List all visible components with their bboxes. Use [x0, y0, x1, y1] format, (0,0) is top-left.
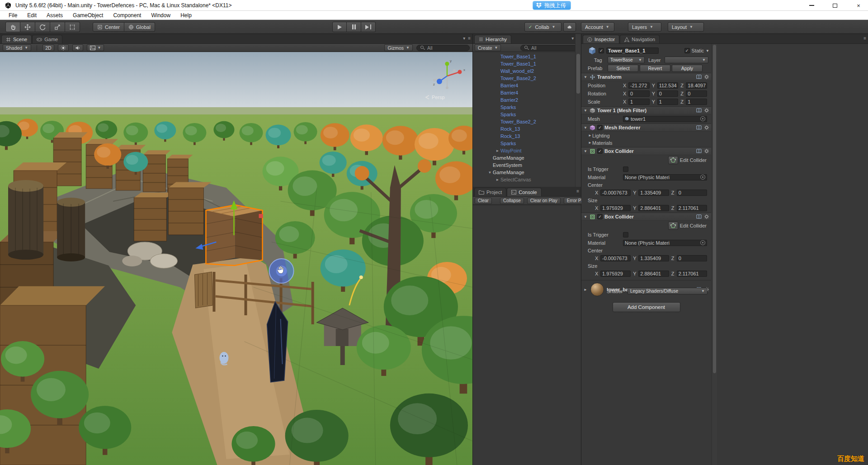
hierarchy-item[interactable]: Tower_Base1_1	[473, 53, 581, 60]
edit-collider-button[interactable]	[668, 156, 678, 164]
size-y-field[interactable]: 2.886401	[638, 270, 669, 277]
tab-inspector[interactable]: Inspector	[583, 35, 619, 43]
edit-collider-button[interactable]	[668, 222, 678, 230]
static-checkbox[interactable]: ✓	[684, 48, 690, 53]
help-book-icon[interactable]	[696, 108, 702, 113]
tab-hierarchy[interactable]: Hierarchy	[474, 35, 511, 43]
scene-search-input[interactable]: All	[416, 45, 470, 51]
hierarchy-item[interactable]: Barrier4	[473, 82, 581, 89]
hierarchy-item[interactable]: GameManage	[473, 154, 581, 161]
prefab-apply-button[interactable]: Apply	[672, 65, 703, 72]
size-y-field[interactable]: 2.886401	[638, 205, 669, 211]
console-button-collapse[interactable]: Collapse	[500, 198, 524, 204]
layers-dropdown[interactable]: Layers▼	[628, 22, 661, 32]
prefab-select-button[interactable]: Select	[608, 65, 638, 72]
layer-dropdown[interactable]: ▼	[665, 57, 708, 63]
hierarchy-search-input[interactable]: All	[520, 45, 579, 51]
add-component-button[interactable]: Add Component	[613, 302, 680, 312]
hierarchy-item[interactable]: Rock_13	[473, 125, 581, 133]
position-x-field[interactable]: -21.272	[628, 82, 650, 89]
foldout-arrow-icon[interactable]: ▼	[487, 171, 493, 175]
move-tool-button[interactable]	[20, 22, 35, 32]
panel-menu-icon[interactable]: ≡	[468, 36, 471, 41]
inspector-scrollbar[interactable]	[712, 44, 717, 465]
space-mode-button[interactable]: Global	[124, 22, 155, 32]
menu-component[interactable]: Component	[108, 11, 146, 20]
menu-edit[interactable]: Edit	[22, 11, 42, 20]
foldout-arrow-icon[interactable]: ▼	[583, 109, 588, 113]
help-book-icon[interactable]	[696, 74, 702, 80]
component-enabled-checkbox[interactable]: ✓	[597, 214, 603, 219]
mesh-filter-header[interactable]: ▼ Tower 1 (Mesh Filter)	[581, 106, 711, 114]
tab-console[interactable]: Console	[507, 188, 541, 196]
center-y-field[interactable]: 1.335409	[638, 190, 669, 196]
gear-icon[interactable]	[704, 148, 709, 154]
foldout-arrow-icon[interactable]: ▼	[583, 126, 588, 130]
rotate-tool-button[interactable]	[35, 22, 50, 32]
hand-tool-button[interactable]	[5, 22, 20, 32]
rotation-y-field[interactable]: 0	[657, 90, 679, 97]
hierarchy-item[interactable]: Rock_13	[473, 133, 581, 140]
maximize-button[interactable]	[829, 1, 841, 9]
panel-menu-icon[interactable]: ≡	[576, 189, 579, 194]
play-button[interactable]	[332, 22, 347, 32]
scale-y-field[interactable]: 1	[657, 99, 679, 105]
hierarchy-item[interactable]: Tower_Base2_2	[473, 75, 581, 82]
gear-icon[interactable]	[704, 125, 709, 130]
size-x-field[interactable]: 1.975929	[600, 270, 631, 277]
lighting-toggle-button[interactable]	[58, 44, 69, 51]
box-collider-header[interactable]: ▼ ✓ Box Collider	[581, 147, 711, 155]
center-x-field[interactable]: -0.0007673	[600, 190, 631, 196]
size-z-field[interactable]: 2.117061	[677, 270, 707, 277]
rotation-x-field[interactable]: 0	[628, 90, 650, 97]
collab-dropdown[interactable]: ✓ Collab▼	[524, 22, 561, 32]
tab-game[interactable]: Game	[32, 35, 62, 43]
hierarchy-item[interactable]: ►WayPoint	[473, 147, 581, 154]
scene-viewport[interactable]: x y z Persp	[0, 52, 472, 465]
panel-chevron-icon[interactable]: ▾	[463, 36, 465, 41]
help-book-icon[interactable]	[696, 148, 702, 154]
rotation-z-field[interactable]: 0	[686, 90, 707, 97]
center-x-field[interactable]: -0.0007673	[600, 255, 631, 261]
console-log-area[interactable]	[473, 205, 581, 465]
hierarchy-item[interactable]: Tower_Base1_1	[473, 60, 581, 67]
hierarchy-item[interactable]: Barrier4	[473, 89, 581, 96]
pivot-mode-button[interactable]: Center	[93, 22, 124, 32]
hierarchy-item[interactable]: ▼GameManage	[473, 169, 581, 176]
console-button-clear[interactable]: Clear	[475, 198, 492, 204]
hierarchy-item[interactable]: Wall_wood_el2	[473, 67, 581, 75]
physic-material-field[interactable]: None (Physic Materi	[623, 240, 707, 246]
hierarchy-item[interactable]: Sparks	[473, 111, 581, 118]
tag-dropdown[interactable]: TowerBase▼	[608, 57, 645, 63]
is-trigger-checkbox[interactable]	[623, 232, 628, 237]
menu-file[interactable]: File	[4, 11, 22, 20]
object-name-field[interactable]: Tower_Base1_1	[606, 47, 659, 54]
gear-icon[interactable]	[704, 214, 709, 219]
box-collider-header[interactable]: ▼ ✓ Box Collider	[581, 213, 711, 221]
gear-icon[interactable]	[704, 108, 709, 113]
foldout-arrow-icon[interactable]: ▼	[583, 149, 588, 153]
pause-button[interactable]	[347, 22, 361, 32]
scale-x-field[interactable]: 1	[628, 99, 650, 105]
hierarchy-item[interactable]: ►SelectCanvas	[473, 176, 581, 183]
close-button[interactable]: ×	[853, 1, 864, 9]
foldout-arrow-icon[interactable]: ▼	[583, 215, 588, 219]
size-z-field[interactable]: 2.117061	[677, 205, 707, 211]
menu-gameobject[interactable]: GameObject	[68, 11, 108, 20]
menu-window[interactable]: Window	[146, 11, 175, 20]
menu-help[interactable]: Help	[175, 11, 197, 20]
2d-toggle-button[interactable]: 2D	[42, 44, 54, 51]
foldout-arrow-icon[interactable]: ▼	[583, 75, 588, 79]
scale-z-field[interactable]: 1	[686, 99, 707, 105]
is-trigger-checkbox[interactable]	[623, 166, 628, 172]
upload-badge[interactable]: 拖拽上传	[533, 1, 571, 10]
center-z-field[interactable]: 0	[677, 255, 707, 261]
object-picker-icon[interactable]	[700, 116, 705, 121]
physic-material-field[interactable]: None (Physic Materi	[623, 174, 707, 180]
shader-dropdown[interactable]: Legacy Shaders/Diffuse▼	[627, 288, 708, 294]
transform-header[interactable]: ▼ Transform	[581, 73, 711, 81]
minimize-button[interactable]	[806, 1, 817, 9]
hierarchy-scrollbar[interactable]	[575, 34, 581, 187]
center-z-field[interactable]: 0	[677, 190, 707, 196]
prefab-revert-button[interactable]: Revert	[640, 65, 670, 72]
